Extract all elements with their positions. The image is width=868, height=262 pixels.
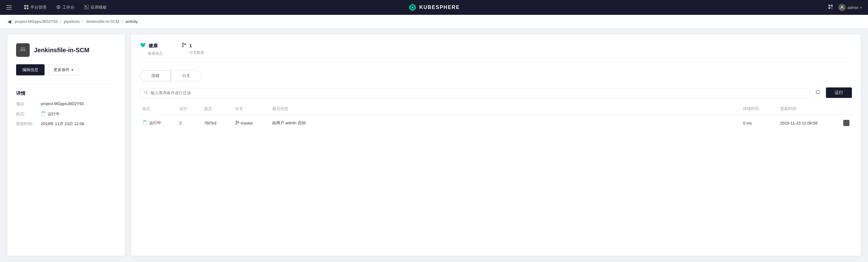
details-section-title: 详情: [16, 91, 116, 96]
more-actions-label: 更多操作: [54, 67, 70, 73]
header-status: 状态: [140, 106, 177, 111]
svg-rect-15: [828, 5, 830, 6]
detail-row-updatetime: 更新时间: 2018年 11月 23日 12:06: [16, 121, 116, 127]
breadcrumb-back-icon[interactable]: ◀: [7, 19, 11, 24]
svg-rect-1: [6, 7, 12, 8]
row-run-cell: 2: [177, 121, 202, 125]
svg-point-25: [182, 43, 183, 44]
svg-point-32: [236, 121, 237, 122]
health-icon: [140, 42, 146, 50]
breadcrumb-sep-2: /: [82, 19, 84, 24]
svg-point-8: [58, 6, 59, 8]
nav-workbench-label: 工作台: [62, 5, 74, 10]
row-status-text: 运行中: [149, 120, 161, 126]
row-duration-cell: 0 ms: [741, 121, 778, 125]
spinner-icon: [41, 111, 46, 117]
row-branch-cell: master: [232, 121, 270, 126]
breadcrumb-sep-1: /: [60, 19, 62, 24]
platform-icon: [24, 5, 28, 10]
apptemplate-icon: [85, 5, 89, 10]
svg-rect-3: [24, 5, 26, 7]
health-main-label: 健康: [149, 43, 158, 49]
row-status: 运行中: [142, 120, 175, 126]
action-buttons: 编辑信息 更多操作 ▾: [16, 64, 116, 75]
tab-activity-label: 活动: [151, 73, 159, 78]
pipeline-icon: [16, 43, 30, 57]
search-input[interactable]: [151, 91, 806, 95]
edit-info-button[interactable]: 编辑信息: [16, 64, 44, 75]
tab-branch[interactable]: 分支: [171, 70, 202, 81]
header-lastinfo: 最后信息: [270, 106, 741, 111]
stat-branches: 1 分支数量: [181, 42, 204, 56]
status-value: 运行中: [41, 111, 60, 117]
nav-platform[interactable]: 平台管理: [24, 5, 46, 10]
breadcrumb-project[interactable]: project-MGppvJ8D2Y93: [15, 19, 58, 24]
svg-point-29: [145, 91, 147, 93]
logo-icon: [408, 3, 417, 12]
branch-tag-icon: [235, 121, 240, 126]
branches-main-label: 1: [189, 43, 192, 48]
table: 状态 运行 提交 分支 最后信息 持续时间 更新时间 运行中 2: [140, 103, 852, 131]
row-action-icon[interactable]: [843, 120, 849, 126]
svg-point-26: [182, 46, 183, 47]
svg-rect-17: [828, 7, 830, 9]
collapse-sidebar-icon[interactable]: [6, 5, 12, 9]
logo-section: KUBESPHERE: [408, 3, 460, 12]
detail-row-status: 状态: 运行中: [16, 111, 116, 117]
svg-rect-10: [85, 6, 87, 7]
svg-rect-9: [85, 5, 89, 9]
nav-platform-label: 平台管理: [30, 5, 46, 10]
svg-rect-24: [22, 50, 24, 51]
admin-dropdown-icon: ▾: [860, 6, 862, 9]
stat-health-row: 健康: [140, 42, 163, 50]
row-updatetime-cell: 2018-11-23 12:06:58: [778, 121, 840, 125]
search-wrap: [140, 88, 810, 98]
stat-branches-row: 1: [181, 42, 204, 49]
branches-sub-label: 分支数量: [189, 50, 204, 55]
breadcrumb-pipeline-name[interactable]: Jenkinsfile-in-SCM: [86, 19, 119, 24]
table-row: 运行中 2 76f7b3: [140, 115, 852, 131]
header-actions: [840, 106, 852, 111]
row-spinner-icon: [142, 121, 147, 125]
project-label: 项目:: [16, 101, 41, 107]
admin-label: admin: [847, 5, 859, 10]
stat-health: 健康 健康状态: [140, 42, 163, 56]
more-actions-dropdown-icon: ▾: [71, 68, 73, 72]
top-navigation: 平台管理 工作台 应用模板: [0, 0, 868, 15]
branch-icon: [181, 42, 187, 49]
svg-rect-16: [831, 5, 833, 6]
breadcrumb-pipelines[interactable]: pipelines: [64, 19, 80, 24]
avatar: [838, 4, 846, 11]
nav-apptemplate[interactable]: 应用模板: [85, 5, 107, 10]
row-duration-value: 0 ms: [743, 121, 752, 125]
svg-rect-4: [27, 5, 28, 7]
svg-rect-18: [831, 7, 833, 9]
nav-apptemplate-label: 应用模板: [91, 5, 107, 10]
svg-rect-6: [27, 7, 28, 9]
tab-branch-label: 分支: [182, 73, 190, 78]
svg-rect-11: [85, 8, 88, 8]
svg-point-33: [236, 123, 237, 125]
notifications-icon[interactable]: [828, 4, 833, 11]
header-updatetime: 更新时间: [778, 106, 840, 111]
tabs-row: 活动 分支: [140, 70, 852, 81]
row-lastinfo-cell: 由用户 admin 启动: [270, 120, 741, 126]
more-actions-button[interactable]: 更多操作 ▾: [48, 64, 79, 75]
svg-point-23: [24, 50, 25, 51]
breadcrumb: ◀ project-MGppvJ8D2Y93 / pipelines / Jen…: [0, 15, 868, 28]
main-layout: Jenkinsfile-in-SCM 编辑信息 更多操作 ▾ 详情 项目: pr…: [0, 28, 868, 262]
refresh-icon[interactable]: [813, 88, 822, 98]
header-duration: 持续时间: [741, 106, 778, 111]
pipeline-title-section: Jenkinsfile-in-SCM: [16, 43, 116, 57]
logo-text: KUBESPHERE: [419, 5, 460, 10]
run-button[interactable]: 运行: [826, 88, 852, 98]
svg-rect-21: [21, 47, 25, 48]
row-updatetime-value: 2018-11-23 12:06:58: [780, 121, 817, 125]
health-sub-label: 健康状态: [148, 51, 163, 56]
nav-workbench[interactable]: 工作台: [56, 5, 74, 10]
filter-bar: 运行: [140, 88, 852, 98]
svg-rect-2: [6, 9, 12, 9]
admin-menu[interactable]: admin ▾: [838, 4, 862, 11]
header-commit: 提交: [202, 106, 232, 111]
tab-activity[interactable]: 活动: [140, 70, 171, 81]
